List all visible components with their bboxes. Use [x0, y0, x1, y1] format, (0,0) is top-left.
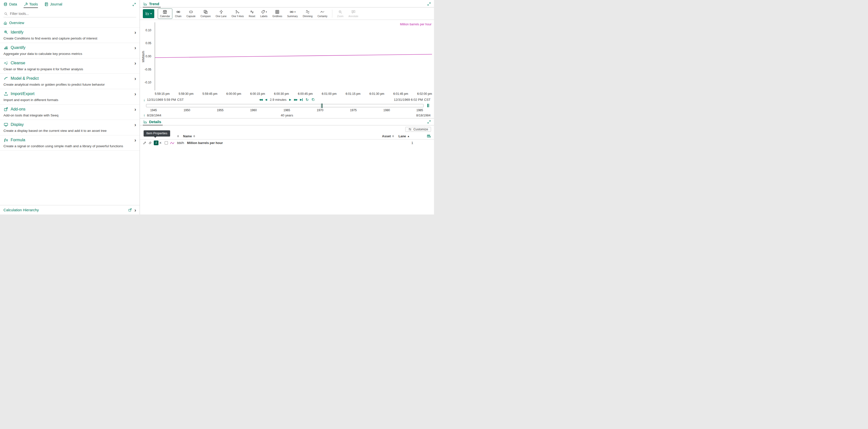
- formula-fx-icon: ƒx: [3, 138, 8, 143]
- expand-details-icon[interactable]: [427, 120, 431, 125]
- tool-title: Add-ons: [11, 107, 26, 112]
- tab-details[interactable]: Details: [143, 120, 163, 125]
- tool-item-identify[interactable]: Identify › Create Conditions to find eve…: [0, 28, 140, 43]
- dimming-icon: [306, 10, 310, 14]
- step-forward-button[interactable]: ▶: [289, 98, 291, 101]
- step-back-button[interactable]: ◀: [265, 98, 267, 101]
- refresh-icon[interactable]: ↻: [306, 98, 309, 102]
- remove-item-icon[interactable]: ×: [159, 141, 165, 145]
- details-panel: Customize Name Asset Lane ▲: [140, 125, 434, 214]
- toolbar-gridlines-button[interactable]: Gridlines: [270, 8, 284, 19]
- column-header-lane[interactable]: Lane: [399, 134, 406, 138]
- toolbar-labels-button[interactable]: ▾ Labels: [258, 8, 270, 19]
- tool-description: Create a display based on the current vi…: [3, 129, 136, 133]
- investigate-timeline[interactable]: [146, 104, 424, 107]
- toolbar-compare-button[interactable]: Compare: [198, 8, 213, 19]
- tab-tools[interactable]: Tools: [24, 2, 38, 8]
- tab-journal[interactable]: Journal: [44, 2, 62, 8]
- trend-series-polyline: [155, 54, 432, 58]
- investigate-range-row: ↑ 8/28/1944 40 years 8/18/1984: [140, 112, 434, 118]
- trend-chart[interactable]: MMbbl/h 0.10 0.05 0.00 -0.05 -0.10 Milli…: [140, 20, 434, 96]
- edit-pencil-icon[interactable]: [143, 141, 148, 145]
- expand-sidebar-icon[interactable]: [132, 2, 136, 8]
- y-tick: -0.05: [145, 68, 151, 71]
- toolbar-zoom-button[interactable]: Zoom: [335, 8, 346, 19]
- toolbar-dimming-button[interactable]: Dimming: [301, 8, 315, 19]
- eraser-icon[interactable]: [148, 141, 154, 145]
- filter-tools-input[interactable]: [3, 10, 136, 18]
- plot-area[interactable]: Million barrels per hour: [155, 22, 432, 90]
- toolbar-reset-button[interactable]: Reset: [247, 8, 257, 19]
- add-column-icon[interactable]: [427, 134, 431, 138]
- filter-tools: [3, 10, 136, 18]
- x-tick: 6:01:15 pm: [345, 92, 360, 95]
- tab-data[interactable]: Data: [3, 2, 17, 8]
- tool-item-import-export[interactable]: Import/Export › Import and export in dif…: [0, 89, 140, 105]
- chevron-right-icon: ›: [134, 123, 136, 126]
- timeline-capsule-icon[interactable]: [427, 104, 429, 107]
- sort-type-icon[interactable]: [177, 135, 179, 137]
- tool-description: Clean or filter a signal to prepare it f…: [3, 67, 136, 71]
- display-range-end[interactable]: 12/31/1969 6:02 PMCST: [394, 98, 431, 102]
- toolbar-calendar-button[interactable]: Calendar: [158, 8, 173, 19]
- tool-item-add-ons[interactable]: Add-ons › Add-on tools that integrate wi…: [0, 105, 140, 120]
- toolbar-one-lane-button[interactable]: One Lane: [214, 8, 229, 19]
- sort-asset-icon[interactable]: [392, 135, 394, 137]
- year-label: 1950: [184, 109, 190, 112]
- summary-icon: ▾: [289, 10, 296, 14]
- labels-tag-icon: ▾: [261, 10, 267, 14]
- x-tick: 6:00:45 pm: [298, 92, 313, 95]
- toolbar-chain-button[interactable]: Chain: [173, 8, 184, 19]
- cleanse-wave-icon: [3, 61, 8, 65]
- toolbar-certainty-button[interactable]: Certainty: [315, 8, 330, 19]
- tool-item-display[interactable]: Display › Create a display based on the …: [0, 120, 140, 135]
- tool-title: Identify: [11, 30, 24, 34]
- view-selector-dropdown[interactable]: ▾: [143, 9, 154, 18]
- x-tick: 6:00:15 pm: [250, 92, 265, 95]
- one-lane-icon: [219, 10, 223, 14]
- tool-item-cleanse[interactable]: Cleanse › Clean or filter a signal to pr…: [0, 58, 140, 74]
- expand-trend-icon[interactable]: [427, 2, 431, 7]
- column-header-name[interactable]: Name: [183, 134, 192, 138]
- chevron-right-icon: ›: [134, 31, 136, 34]
- step-to-end-button[interactable]: ▶: [300, 98, 303, 101]
- row-checkbox[interactable]: [165, 141, 170, 144]
- tool-item-formula[interactable]: ƒx Formula › Create a signal or conditio…: [0, 135, 140, 151]
- investigate-range-duration[interactable]: 40 years: [281, 113, 293, 117]
- timeline-selection-marker[interactable]: [321, 104, 323, 108]
- display-range-duration[interactable]: 2.9 minutes: [270, 98, 286, 102]
- chevron-right-icon: ›: [134, 138, 136, 142]
- item-name[interactable]: Million barrels per hour: [187, 141, 223, 145]
- tool-item-model-predict[interactable]: Model & Predict › Create analytical mode…: [0, 74, 140, 89]
- investigate-range-end[interactable]: 8/18/1984: [416, 113, 431, 117]
- timeline-year-labels: 1945 1950 1955 1960 1965 1970 1975 1980 …: [146, 109, 424, 112]
- tab-trend[interactable]: Trend: [143, 2, 161, 7]
- tool-item-quantify[interactable]: Quantify › Aggregate your data to calcul…: [0, 43, 140, 58]
- year-label: 1975: [350, 109, 357, 112]
- customize-button[interactable]: Customize: [405, 127, 431, 132]
- signal-type-icon: [170, 141, 176, 145]
- overview-label: Overview: [9, 21, 24, 25]
- item-properties-info-icon[interactable]: i: [154, 141, 159, 145]
- toolbar-one-y-axis-button[interactable]: One Y-Axis: [229, 8, 246, 19]
- toolbar-capsule-button[interactable]: Capsule: [184, 8, 198, 19]
- table-row[interactable]: i × bbl/h Million barrels per hour 1: [140, 140, 434, 146]
- item-properties-tooltip: Item Properties: [144, 130, 170, 137]
- display-monitor-icon: [3, 122, 8, 127]
- chevron-right-icon: ›: [134, 61, 136, 65]
- calculation-hierarchy-link[interactable]: Calculation Hierarchy ›: [0, 205, 140, 214]
- column-header-asset[interactable]: Asset: [382, 134, 391, 138]
- step-forward-fast-button[interactable]: ▶▶: [294, 98, 297, 101]
- copy-range-icon[interactable]: [311, 98, 315, 101]
- display-range-start[interactable]: 12/31/1969 5:59 PMCST: [147, 98, 184, 102]
- sort-lane-ascending-icon[interactable]: ▲: [407, 135, 410, 138]
- sort-name-icon[interactable]: [193, 135, 195, 137]
- y-tick: 0.10: [146, 29, 151, 32]
- toolbar-summary-button[interactable]: ▾ Summary: [285, 8, 300, 19]
- toolbar-annotate-button[interactable]: Annotate: [346, 8, 361, 19]
- series-label[interactable]: Million barrels per hour: [400, 23, 432, 26]
- overview-link[interactable]: Overview: [0, 18, 140, 28]
- tab-tools-label: Tools: [29, 2, 38, 6]
- step-back-fast-button[interactable]: ◀◀: [259, 98, 262, 101]
- investigate-range-start[interactable]: 8/28/1944: [147, 113, 161, 117]
